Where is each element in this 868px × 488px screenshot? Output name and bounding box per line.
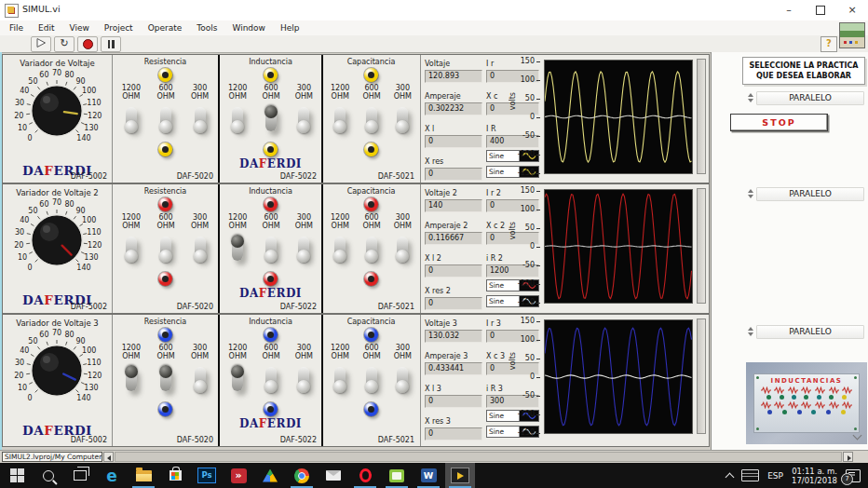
- run-continuous-button[interactable]: ↻: [54, 36, 75, 52]
- field-value[interactable]: 0: [425, 297, 482, 310]
- toggle-switch[interactable]: [397, 237, 408, 261]
- menu-item[interactable]: Operate: [141, 20, 190, 35]
- menu-item[interactable]: Tools: [189, 20, 224, 35]
- field-value[interactable]: 0: [425, 168, 482, 181]
- toggle-switch[interactable]: [334, 237, 346, 261]
- field-value[interactable]: 0.302232: [425, 102, 482, 115]
- taskbar-icon-photoshop[interactable]: Ps: [192, 463, 222, 488]
- toggle-switch[interactable]: [195, 237, 206, 261]
- taskbar-icon-store[interactable]: [160, 463, 190, 488]
- voltage-knob[interactable]: 0102030405060708090100110120130140: [3, 326, 112, 419]
- voltage-knob[interactable]: 0102030405060708090100110120130140: [3, 196, 112, 289]
- taskbar-icon-opera[interactable]: [350, 463, 380, 488]
- practice-selector-2[interactable]: PARALELO: [745, 186, 864, 201]
- taskbar-icon-labview[interactable]: [445, 463, 475, 488]
- toggle-switch[interactable]: [160, 237, 171, 261]
- toggle-switch[interactable]: [334, 107, 346, 131]
- toggle-switch[interactable]: [160, 367, 171, 391]
- pause-button[interactable]: [101, 36, 121, 52]
- close-button[interactable]: ×: [836, 0, 868, 20]
- toggle-switch[interactable]: [298, 367, 309, 391]
- toggle-switch[interactable]: [265, 367, 277, 391]
- field-value[interactable]: 130.032: [425, 330, 482, 343]
- field-value[interactable]: 0.116667: [425, 232, 482, 245]
- taskbar-start-button[interactable]: [2, 463, 32, 488]
- taskbar-task-view-button[interactable]: [65, 463, 95, 488]
- decrement-icon[interactable]: [748, 332, 753, 336]
- decrement-icon[interactable]: [748, 195, 753, 198]
- toggle-switch[interactable]: [126, 367, 137, 391]
- clock[interactable]: 01:11 a. m. 17/01/2018: [792, 467, 837, 485]
- spinner-icon[interactable]: [745, 186, 756, 201]
- toggle-switch[interactable]: [366, 367, 377, 391]
- toggle-switch[interactable]: [334, 367, 346, 391]
- spinner-icon[interactable]: [745, 324, 756, 339]
- field-value[interactable]: 0: [425, 427, 482, 441]
- stop-button[interactable]: STOP: [730, 114, 828, 131]
- increment-icon[interactable]: [748, 93, 753, 97]
- menu-item[interactable]: File: [2, 20, 31, 35]
- graph-scrollbar[interactable]: [697, 59, 706, 174]
- toggle-switch[interactable]: [265, 107, 277, 131]
- toggle-switch[interactable]: [195, 367, 206, 391]
- field-value[interactable]: 0: [425, 395, 482, 408]
- language-indicator[interactable]: ESP: [767, 471, 783, 481]
- abort-button[interactable]: [77, 36, 98, 52]
- voltage-knob[interactable]: 0102030405060708090100110120130140: [3, 66, 112, 159]
- scroll-right-button[interactable]: [843, 452, 853, 462]
- horizontal-scrollbar[interactable]: [115, 452, 842, 462]
- field-value[interactable]: 140: [425, 199, 482, 212]
- menu-item[interactable]: Help: [273, 20, 307, 35]
- toggle-switch[interactable]: [232, 237, 243, 261]
- toggle-switch[interactable]: [397, 367, 408, 391]
- menu-item[interactable]: View: [62, 20, 97, 35]
- decrement-icon[interactable]: [748, 99, 753, 102]
- field-value[interactable]: 0: [425, 264, 482, 278]
- taskbar-icon-file-explorer[interactable]: [129, 463, 158, 488]
- toggle-switch[interactable]: [160, 107, 171, 131]
- toggle-switch[interactable]: [126, 237, 137, 261]
- menu-item[interactable]: Project: [97, 20, 141, 35]
- taskbar-icon-chrome[interactable]: [287, 463, 317, 488]
- keyboard-icon[interactable]: [741, 469, 759, 481]
- field-value[interactable]: 120.893: [425, 70, 482, 83]
- toggle-switch[interactable]: [397, 107, 408, 131]
- toggle-switch[interactable]: [232, 367, 243, 391]
- field-value[interactable]: 0.433441: [425, 362, 482, 375]
- taskbar-search-button[interactable]: [34, 463, 63, 488]
- spinner-icon[interactable]: [745, 90, 756, 105]
- ohm-label: 600OHM: [362, 214, 380, 230]
- maximize-button[interactable]: [805, 0, 836, 20]
- taskbar-icon-reader[interactable]: »: [224, 463, 253, 488]
- menu-item[interactable]: Edit: [31, 20, 61, 35]
- taskbar-icon-google-drive[interactable]: [255, 463, 285, 488]
- toggle-switch[interactable]: [298, 237, 309, 261]
- toggle-switch[interactable]: [126, 107, 137, 131]
- toggle-switch[interactable]: [265, 237, 277, 261]
- taskbar-icon-mail[interactable]: [319, 463, 348, 488]
- toggle-switch[interactable]: [366, 107, 377, 131]
- toggle-switch[interactable]: [195, 107, 206, 131]
- taskbar-icon-word[interactable]: W: [414, 463, 443, 488]
- toggle-switch[interactable]: [232, 107, 243, 131]
- menu-item[interactable]: Window: [224, 20, 273, 35]
- taskbar-icon-edge[interactable]: e: [97, 463, 127, 488]
- increment-icon[interactable]: [748, 189, 753, 193]
- vi-icon-thumbnail[interactable]: [839, 22, 865, 48]
- toggle-switch[interactable]: [366, 237, 377, 261]
- minimize-button[interactable]: –: [773, 0, 805, 20]
- run-button[interactable]: [31, 36, 51, 52]
- practice-selector-1[interactable]: PARALELO: [745, 90, 864, 105]
- project-context-tab[interactable]: SIMUL2.lvproj/My Computer: [2, 452, 102, 462]
- context-help-button[interactable]: ?: [821, 36, 837, 52]
- tray-expand-icon[interactable]: [726, 472, 735, 481]
- field-value[interactable]: 0: [425, 135, 482, 148]
- toggle-switch[interactable]: [298, 107, 309, 131]
- scroll-left-button[interactable]: [103, 452, 114, 462]
- graph-scrollbar[interactable]: [697, 188, 706, 304]
- graph-scrollbar[interactable]: [697, 319, 706, 434]
- increment-icon[interactable]: [748, 327, 753, 331]
- taskbar-icon-photos[interactable]: [382, 463, 412, 488]
- notification-center-icon[interactable]: 7: [846, 469, 861, 482]
- practice-selector-3[interactable]: PARALELO: [745, 324, 864, 339]
